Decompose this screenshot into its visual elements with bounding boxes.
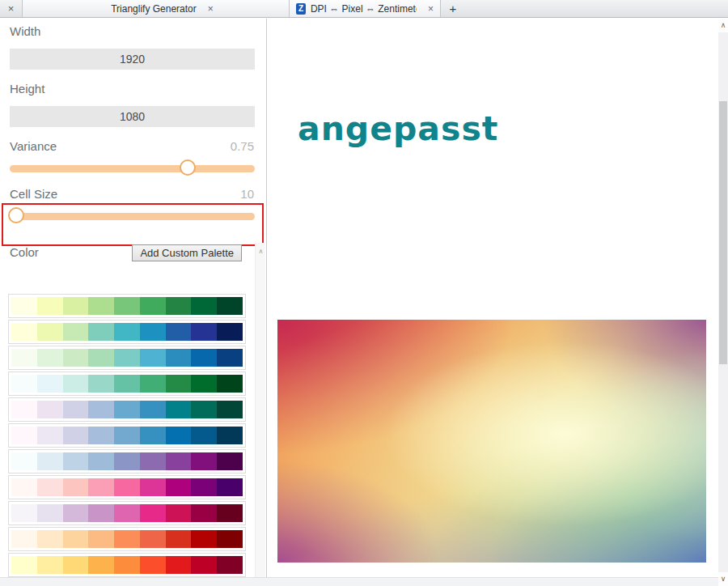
palette-swatch (11, 530, 37, 548)
palette-scrollbar[interactable]: ∧ (255, 243, 265, 586)
cellsize-slider[interactable] (10, 207, 255, 225)
variance-label: Variance (10, 139, 57, 153)
palette-swatch (63, 452, 89, 470)
palette-swatch (63, 530, 89, 548)
palette-row-RdPu[interactable] (8, 475, 246, 499)
palette-swatch (140, 349, 166, 367)
height-input[interactable]: 1080 (10, 106, 255, 127)
palette-row-BuPu[interactable] (8, 449, 246, 473)
palette-swatch (37, 427, 63, 444)
variance-slider-thumb[interactable] (180, 159, 196, 176)
width-label: Width (10, 24, 40, 38)
palette-swatch (166, 401, 192, 418)
gradient-preview-image (277, 320, 706, 563)
cellsize-slider-thumb[interactable] (8, 207, 24, 223)
palette-swatch (114, 530, 140, 548)
palette-swatch (37, 530, 63, 548)
tab-trianglify-generator[interactable]: Trianglify Generator × (23, 0, 290, 17)
palette-swatch (114, 401, 140, 418)
palette-swatch (88, 375, 114, 393)
scroll-down-icon[interactable]: ∨ (718, 572, 728, 586)
palette-swatch (166, 375, 192, 393)
palette-swatch (166, 427, 192, 444)
add-custom-palette-button[interactable]: Add Custom Palette (132, 244, 242, 261)
palette-swatch (37, 478, 63, 496)
palette-swatch (63, 375, 89, 393)
palette-swatch (37, 349, 63, 367)
palette-swatch (166, 452, 192, 470)
app-window: × Trianglify Generator × Z DPI ⇔ Pixel ⇔… (0, 0, 728, 586)
color-label: Color (10, 245, 39, 259)
palette-swatch (217, 427, 243, 444)
palette-swatch (11, 504, 37, 522)
window-close-button[interactable]: × (0, 0, 23, 17)
palette-swatch (217, 504, 243, 522)
palette-swatch (217, 478, 243, 496)
height-label: Height (10, 82, 44, 96)
palette-row-BuGn[interactable] (8, 372, 246, 396)
palette-row-YlOrRd[interactable] (8, 553, 246, 577)
palette-swatch (37, 452, 63, 470)
palette-swatch (140, 452, 166, 470)
palette-swatch (217, 401, 243, 418)
variance-slider-track[interactable] (10, 165, 255, 172)
palette-swatch (63, 427, 89, 444)
palette-swatch (191, 401, 217, 418)
palette-swatch (88, 530, 114, 548)
palette-swatch (37, 323, 63, 341)
palette-swatch (11, 427, 37, 444)
palette-swatch (11, 323, 37, 341)
palette-swatch (88, 297, 114, 315)
palette-swatch (191, 323, 217, 341)
palette-scroll-up-icon[interactable]: ∧ (256, 248, 266, 255)
tab-close-icon[interactable]: × (208, 3, 214, 15)
cellsize-slider-track[interactable] (10, 213, 255, 220)
palette-swatch (140, 427, 166, 444)
palette-swatch (11, 556, 37, 574)
palette-swatch (217, 375, 243, 393)
palette-row-PuBuGn[interactable] (8, 397, 246, 422)
palette-row-YlGn[interactable] (8, 294, 246, 318)
palette-swatch (191, 375, 217, 393)
palette-swatch (11, 375, 37, 393)
palette-row-OrRd[interactable] (8, 527, 246, 551)
palette-row-PuBu[interactable] (8, 423, 246, 448)
palette-swatch (11, 478, 37, 496)
palette-swatch (88, 504, 114, 522)
palette-swatch (88, 478, 114, 496)
palette-swatch (166, 478, 192, 496)
palette-swatch (114, 297, 140, 315)
palette-swatch (63, 297, 89, 315)
palette-swatch (88, 556, 114, 574)
horizontal-scrollbar-track[interactable] (0, 577, 718, 586)
settings-sidebar: Width 1920 Height 1080 Variance 0.75 Cel… (0, 19, 267, 586)
palette-swatch (37, 556, 63, 574)
palette-row-GnBu[interactable] (8, 346, 246, 370)
palette-swatch (191, 452, 217, 470)
palette-swatch (166, 504, 192, 522)
palette-swatch (114, 504, 140, 522)
palette-swatch (114, 375, 140, 393)
palette-row-PuRd[interactable] (8, 501, 246, 525)
palette-swatch (63, 349, 89, 367)
palette-swatch (191, 530, 217, 548)
palette-swatch (63, 323, 89, 341)
palette-swatch (140, 504, 166, 522)
palette-swatch (217, 556, 243, 574)
preview-pane: angepasst (268, 19, 718, 586)
scroll-up-icon[interactable]: ∧ (718, 19, 728, 32)
palette-swatch (63, 504, 89, 522)
palette-swatch (88, 452, 114, 470)
palette-row-YlGnBu[interactable] (8, 320, 246, 344)
page-scrollbar[interactable]: ∧ ∨ (718, 19, 728, 586)
variance-slider[interactable] (10, 159, 255, 177)
palette-swatch (11, 349, 37, 367)
palette-swatch (217, 452, 243, 470)
scrollbar-thumb[interactable] (719, 101, 727, 364)
palette-swatch (114, 427, 140, 444)
palette-swatch (166, 556, 192, 574)
palette-swatch (11, 297, 37, 315)
width-input[interactable]: 1920 (10, 49, 255, 70)
palette-swatch (191, 478, 217, 496)
palette-swatch (114, 556, 140, 574)
